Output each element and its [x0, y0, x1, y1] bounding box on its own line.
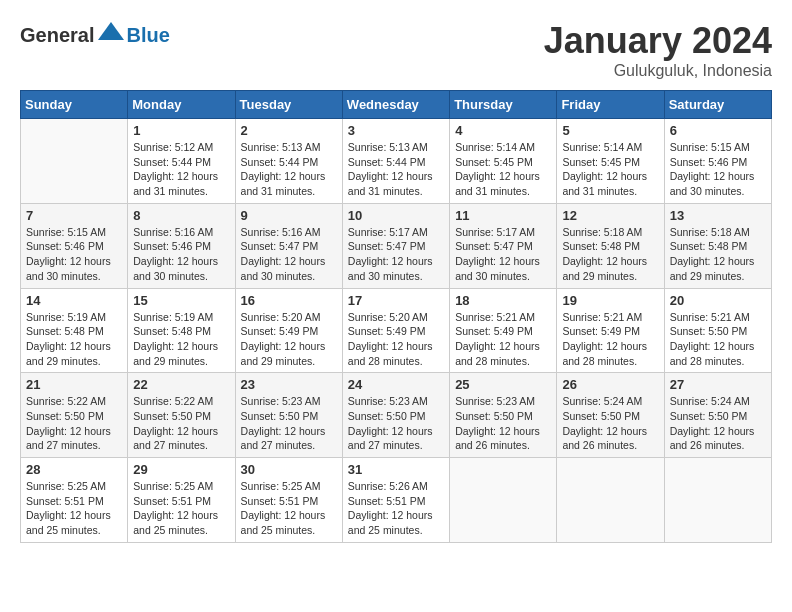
- sunset-text: Sunset: 5:48 PM: [26, 324, 122, 339]
- calendar-week-2: 7Sunrise: 5:15 AMSunset: 5:46 PMDaylight…: [21, 203, 772, 288]
- weekday-header-row: Sunday Monday Tuesday Wednesday Thursday…: [21, 91, 772, 119]
- day-number: 7: [26, 208, 122, 223]
- day-number: 28: [26, 462, 122, 477]
- day-number: 12: [562, 208, 658, 223]
- daylight-text: Daylight: 12 hours and 26 minutes.: [562, 424, 658, 453]
- calendar-cell: 21Sunrise: 5:22 AMSunset: 5:50 PMDayligh…: [21, 373, 128, 458]
- day-number: 25: [455, 377, 551, 392]
- calendar-cell: [664, 458, 771, 543]
- day-number: 8: [133, 208, 229, 223]
- calendar-cell: 24Sunrise: 5:23 AMSunset: 5:50 PMDayligh…: [342, 373, 449, 458]
- calendar-cell: 31Sunrise: 5:26 AMSunset: 5:51 PMDayligh…: [342, 458, 449, 543]
- sunset-text: Sunset: 5:49 PM: [455, 324, 551, 339]
- day-number: 22: [133, 377, 229, 392]
- calendar-cell: [450, 458, 557, 543]
- sunrise-text: Sunrise: 5:22 AM: [26, 394, 122, 409]
- day-info: Sunrise: 5:22 AMSunset: 5:50 PMDaylight:…: [133, 394, 229, 453]
- day-info: Sunrise: 5:18 AMSunset: 5:48 PMDaylight:…: [562, 225, 658, 284]
- calendar-cell: 27Sunrise: 5:24 AMSunset: 5:50 PMDayligh…: [664, 373, 771, 458]
- sunrise-text: Sunrise: 5:15 AM: [26, 225, 122, 240]
- day-info: Sunrise: 5:14 AMSunset: 5:45 PMDaylight:…: [562, 140, 658, 199]
- sunrise-text: Sunrise: 5:17 AM: [348, 225, 444, 240]
- daylight-text: Daylight: 12 hours and 27 minutes.: [26, 424, 122, 453]
- daylight-text: Daylight: 12 hours and 28 minutes.: [670, 339, 766, 368]
- sunrise-text: Sunrise: 5:16 AM: [241, 225, 337, 240]
- sunset-text: Sunset: 5:48 PM: [670, 239, 766, 254]
- header-friday: Friday: [557, 91, 664, 119]
- day-info: Sunrise: 5:24 AMSunset: 5:50 PMDaylight:…: [562, 394, 658, 453]
- day-number: 15: [133, 293, 229, 308]
- sunrise-text: Sunrise: 5:19 AM: [133, 310, 229, 325]
- calendar-cell: 30Sunrise: 5:25 AMSunset: 5:51 PMDayligh…: [235, 458, 342, 543]
- day-info: Sunrise: 5:17 AMSunset: 5:47 PMDaylight:…: [455, 225, 551, 284]
- svg-marker-0: [98, 22, 124, 40]
- sunrise-text: Sunrise: 5:13 AM: [241, 140, 337, 155]
- daylight-text: Daylight: 12 hours and 31 minutes.: [133, 169, 229, 198]
- sunset-text: Sunset: 5:50 PM: [348, 409, 444, 424]
- daylight-text: Daylight: 12 hours and 27 minutes.: [133, 424, 229, 453]
- sunrise-text: Sunrise: 5:22 AM: [133, 394, 229, 409]
- sunrise-text: Sunrise: 5:23 AM: [455, 394, 551, 409]
- sunset-text: Sunset: 5:48 PM: [562, 239, 658, 254]
- header-tuesday: Tuesday: [235, 91, 342, 119]
- logo-icon: [96, 20, 126, 50]
- calendar-cell: 13Sunrise: 5:18 AMSunset: 5:48 PMDayligh…: [664, 203, 771, 288]
- daylight-text: Daylight: 12 hours and 29 minutes.: [562, 254, 658, 283]
- sunset-text: Sunset: 5:50 PM: [455, 409, 551, 424]
- calendar-cell: 4Sunrise: 5:14 AMSunset: 5:45 PMDaylight…: [450, 119, 557, 204]
- daylight-text: Daylight: 12 hours and 30 minutes.: [348, 254, 444, 283]
- day-info: Sunrise: 5:16 AMSunset: 5:47 PMDaylight:…: [241, 225, 337, 284]
- month-title: January 2024: [544, 20, 772, 62]
- sunrise-text: Sunrise: 5:12 AM: [133, 140, 229, 155]
- sunrise-text: Sunrise: 5:15 AM: [670, 140, 766, 155]
- sunset-text: Sunset: 5:50 PM: [562, 409, 658, 424]
- day-number: 5: [562, 123, 658, 138]
- sunrise-text: Sunrise: 5:18 AM: [670, 225, 766, 240]
- daylight-text: Daylight: 12 hours and 27 minutes.: [348, 424, 444, 453]
- daylight-text: Daylight: 12 hours and 25 minutes.: [26, 508, 122, 537]
- calendar-cell: 15Sunrise: 5:19 AMSunset: 5:48 PMDayligh…: [128, 288, 235, 373]
- day-number: 23: [241, 377, 337, 392]
- day-number: 26: [562, 377, 658, 392]
- daylight-text: Daylight: 12 hours and 25 minutes.: [133, 508, 229, 537]
- logo-general-text: General: [20, 24, 94, 47]
- location-title: Gulukguluk, Indonesia: [544, 62, 772, 80]
- day-info: Sunrise: 5:26 AMSunset: 5:51 PMDaylight:…: [348, 479, 444, 538]
- daylight-text: Daylight: 12 hours and 30 minutes.: [133, 254, 229, 283]
- calendar-cell: [21, 119, 128, 204]
- sunset-text: Sunset: 5:44 PM: [241, 155, 337, 170]
- sunset-text: Sunset: 5:51 PM: [26, 494, 122, 509]
- day-info: Sunrise: 5:21 AMSunset: 5:49 PMDaylight:…: [562, 310, 658, 369]
- day-info: Sunrise: 5:23 AMSunset: 5:50 PMDaylight:…: [455, 394, 551, 453]
- calendar-cell: 22Sunrise: 5:22 AMSunset: 5:50 PMDayligh…: [128, 373, 235, 458]
- calendar-header: Sunday Monday Tuesday Wednesday Thursday…: [21, 91, 772, 119]
- calendar-cell: 7Sunrise: 5:15 AMSunset: 5:46 PMDaylight…: [21, 203, 128, 288]
- calendar-cell: 10Sunrise: 5:17 AMSunset: 5:47 PMDayligh…: [342, 203, 449, 288]
- daylight-text: Daylight: 12 hours and 31 minutes.: [562, 169, 658, 198]
- daylight-text: Daylight: 12 hours and 31 minutes.: [241, 169, 337, 198]
- header-wednesday: Wednesday: [342, 91, 449, 119]
- daylight-text: Daylight: 12 hours and 30 minutes.: [455, 254, 551, 283]
- sunrise-text: Sunrise: 5:20 AM: [348, 310, 444, 325]
- calendar-cell: 26Sunrise: 5:24 AMSunset: 5:50 PMDayligh…: [557, 373, 664, 458]
- daylight-text: Daylight: 12 hours and 29 minutes.: [26, 339, 122, 368]
- day-number: 3: [348, 123, 444, 138]
- daylight-text: Daylight: 12 hours and 29 minutes.: [133, 339, 229, 368]
- sunrise-text: Sunrise: 5:14 AM: [562, 140, 658, 155]
- calendar-week-3: 14Sunrise: 5:19 AMSunset: 5:48 PMDayligh…: [21, 288, 772, 373]
- sunset-text: Sunset: 5:44 PM: [133, 155, 229, 170]
- day-info: Sunrise: 5:20 AMSunset: 5:49 PMDaylight:…: [241, 310, 337, 369]
- day-number: 20: [670, 293, 766, 308]
- sunrise-text: Sunrise: 5:25 AM: [133, 479, 229, 494]
- day-info: Sunrise: 5:21 AMSunset: 5:49 PMDaylight:…: [455, 310, 551, 369]
- sunrise-text: Sunrise: 5:26 AM: [348, 479, 444, 494]
- day-number: 18: [455, 293, 551, 308]
- sunrise-text: Sunrise: 5:14 AM: [455, 140, 551, 155]
- calendar-cell: 2Sunrise: 5:13 AMSunset: 5:44 PMDaylight…: [235, 119, 342, 204]
- sunset-text: Sunset: 5:51 PM: [241, 494, 337, 509]
- sunrise-text: Sunrise: 5:25 AM: [241, 479, 337, 494]
- title-section: January 2024 Gulukguluk, Indonesia: [544, 20, 772, 80]
- sunrise-text: Sunrise: 5:21 AM: [455, 310, 551, 325]
- calendar-table: Sunday Monday Tuesday Wednesday Thursday…: [20, 90, 772, 543]
- day-info: Sunrise: 5:12 AMSunset: 5:44 PMDaylight:…: [133, 140, 229, 199]
